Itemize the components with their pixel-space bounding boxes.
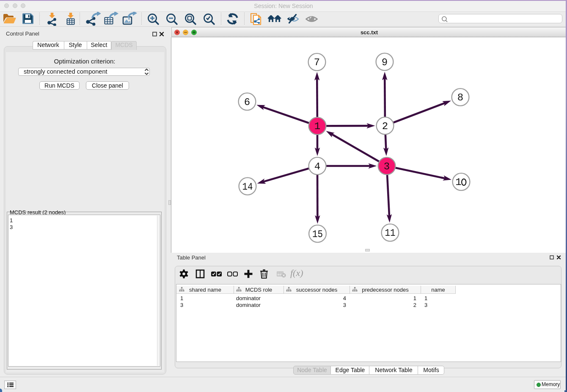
svg-text:2: 2 <box>382 121 388 133</box>
svg-text:15: 15 <box>312 229 323 240</box>
svg-text:4: 4 <box>314 161 320 173</box>
svg-text:1: 1 <box>455 177 461 188</box>
svg-text:7: 7 <box>314 57 320 69</box>
svg-text:6: 6 <box>244 97 250 108</box>
svg-text:11: 11 <box>385 228 396 239</box>
svg-text:1: 1 <box>314 121 320 133</box>
svg-text:8: 8 <box>457 92 463 104</box>
svg-text:3: 3 <box>384 161 390 173</box>
svg-text:14: 14 <box>242 182 253 193</box>
svg-text:9: 9 <box>382 57 388 69</box>
